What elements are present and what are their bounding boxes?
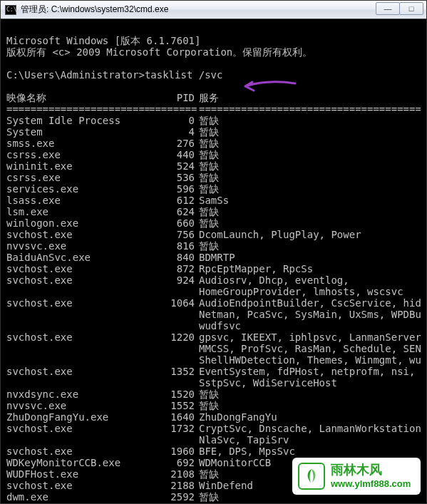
proc-svc: 暂缺 <box>199 149 421 160</box>
prompt-path: C:\Users\Administrator> <box>6 69 145 81</box>
proc-svc-cont: MMCSS, ProfSvc, RasMan, Schedule, SENS, <box>199 343 421 354</box>
proc-name: WDKeyMonitorCCB.exe <box>6 457 149 468</box>
proc-name: nvxdsync.exe <box>6 389 149 400</box>
proc-pid: 1064 <box>149 297 199 309</box>
titlebar[interactable]: C:\. 管理员: C:\windows\system32\cmd.exe — … <box>1 1 426 19</box>
table-row: svchost.exe756DcomLaunch, PlugPlay, Powe… <box>6 229 421 240</box>
table-row-wrap: Netman, PcaSvc, SysMain, UxSms, WPDBusE <box>6 309 421 320</box>
minimize-button[interactable]: — <box>376 2 400 15</box>
proc-pid: 840 <box>149 252 199 263</box>
proc-name: smss.exe <box>6 138 149 149</box>
table-row: System Idle Process0暂缺 <box>6 115 421 126</box>
proc-pid: 2592 <box>149 491 199 503</box>
table-row-wrap: SstpSvc, WdiServiceHost <box>6 377 421 389</box>
table-row: svchost.exe1220gpsvc, IKEEXT, iphlpsvc, … <box>6 331 421 343</box>
proc-pid: 2188 <box>149 480 199 491</box>
prompt-command: tasklist /svc <box>145 69 223 81</box>
proc-svc: 暂缺 <box>199 138 421 149</box>
proc-svc-cont: ShellHWDetection, Themes, Winmgmt, wuau <box>199 354 421 366</box>
cmd-icon: C:\. <box>5 5 16 15</box>
table-row: lsass.exe612SamSs <box>6 195 421 206</box>
proc-pid: 596 <box>149 183 199 195</box>
proc-svc: 暂缺 <box>199 115 421 126</box>
proc-pid: 0 <box>149 115 199 126</box>
proc-pid: 1220 <box>149 331 199 343</box>
proc-pid: 2616 <box>149 503 199 503</box>
proc-pid: 872 <box>149 263 199 274</box>
proc-pid: 1352 <box>149 366 199 377</box>
proc-name: svchost.exe <box>6 423 149 434</box>
watermark-url: www.ylmf888.com <box>331 478 411 490</box>
proc-svc: EventSystem, fdPHost, netprofm, nsi, <box>199 366 421 377</box>
proc-name: svchost.exe <box>6 480 149 491</box>
proc-name: BaiduAnSvc.exe <box>6 252 149 263</box>
proc-name: svchost.exe <box>6 263 149 274</box>
proc-pid: 660 <box>149 217 199 229</box>
proc-svc: BFE, DPS, MpsSvc <box>199 446 421 457</box>
proc-pid: 924 <box>149 274 199 286</box>
proc-pid: 1640 <box>149 411 199 423</box>
table-row-wrap: NlaSvc, TapiSrv <box>6 434 421 446</box>
annotation-arrow-icon <box>240 78 297 93</box>
proc-name: nvvsvc.exe <box>6 400 149 411</box>
proc-pid: 536 <box>149 172 199 183</box>
proc-svc: 暂缺 <box>199 126 421 138</box>
proc-svc: SamSs <box>199 195 421 206</box>
proc-name: svchost.exe <box>6 297 149 309</box>
proc-name: nvvsvc.exe <box>6 240 149 252</box>
table-row: svchost.exe1732CryptSvc, Dnscache, Lanma… <box>6 423 421 434</box>
proc-pid: 1552 <box>149 400 199 411</box>
window-controls: — □ <box>376 2 423 15</box>
maximize-button[interactable]: □ <box>399 2 423 15</box>
table-row: svchost.exe924Audiosrv, Dhcp, eventlog, <box>6 274 421 286</box>
proc-name: System Idle Process <box>6 115 149 126</box>
proc-svc: 暂缺 <box>199 240 421 252</box>
table-row: smss.exe276暂缺 <box>6 138 421 149</box>
table-row: csrss.exe440暂缺 <box>6 149 421 160</box>
header-pid: PID <box>149 92 199 103</box>
proc-pid: 4 <box>149 126 199 138</box>
prompt: C:\Users\Administrator>tasklist /svc <box>6 69 222 81</box>
proc-name: ZhuDongFangYu.exe <box>6 411 149 423</box>
proc-svc: 暂缺 <box>199 400 421 411</box>
table-row-wrap: ShellHWDetection, Themes, Winmgmt, wuau <box>6 354 421 366</box>
banner-line-1: Microsoft Windows [版本 6.1.7601] <box>6 35 200 46</box>
proc-name: csrss.exe <box>6 149 149 160</box>
header-svc: 服务 <box>199 92 421 103</box>
table-row: System4暂缺 <box>6 126 421 138</box>
table-row-wrap: wudfsvc <box>6 320 421 331</box>
table-row: nvvsvc.exe1552暂缺 <box>6 400 421 411</box>
table-row: svchost.exe1064AudioEndpointBuilder, Csc… <box>6 297 421 309</box>
table-row: csrss.exe536暂缺 <box>6 172 421 183</box>
proc-name: dwm.exe <box>6 491 149 503</box>
proc-name: lsm.exe <box>6 206 149 217</box>
table-row: explorer.exe2616暂缺 <box>6 503 421 503</box>
proc-pid: 276 <box>149 138 199 149</box>
sep-svc: ========================================… <box>199 103 421 115</box>
window-title: 管理员: C:\windows\system32\cmd.exe <box>21 4 168 16</box>
table-row-wrap: MMCSS, ProfSvc, RasMan, Schedule, SENS, <box>6 343 421 354</box>
proc-svc-cont: SstpSvc, WdiServiceHost <box>199 377 421 389</box>
table-row: svchost.exe1960BFE, DPS, MpsSvc <box>6 446 421 457</box>
proc-pid: 1960 <box>149 446 199 457</box>
proc-name: svchost.exe <box>6 274 149 286</box>
header-name: 映像名称 <box>6 92 149 103</box>
proc-svc: 暂缺 <box>199 160 421 172</box>
proc-svc: 暂缺 <box>199 172 421 183</box>
table-row: services.exe596暂缺 <box>6 183 421 195</box>
proc-name: winlogon.exe <box>6 217 149 229</box>
table-row: nvvsvc.exe816暂缺 <box>6 240 421 252</box>
table-row: svchost.exe872RpcEptMapper, RpcSs <box>6 263 421 274</box>
sep-pid: ======== <box>149 103 199 115</box>
watermark-badge: 雨林木风 www.ylmf888.com <box>292 458 421 495</box>
proc-svc-cont: HomeGroupProvider, lmhosts, wscsvc <box>199 286 421 297</box>
table-row-wrap: HomeGroupProvider, lmhosts, wscsvc <box>6 286 421 297</box>
proc-name: services.exe <box>6 183 149 195</box>
proc-pid: 440 <box>149 149 199 160</box>
proc-svc-cont: Netman, PcaSvc, SysMain, UxSms, WPDBusE <box>199 309 421 320</box>
proc-svc: AudioEndpointBuilder, CscService, hidse <box>199 297 421 309</box>
proc-svc: 暂缺 <box>199 503 421 503</box>
proc-svc: RpcEptMapper, RpcSs <box>199 263 421 274</box>
terminal-output[interactable]: Microsoft Windows [版本 6.1.7601] 版权所有 <c>… <box>1 19 426 503</box>
proc-name: System <box>6 126 149 138</box>
